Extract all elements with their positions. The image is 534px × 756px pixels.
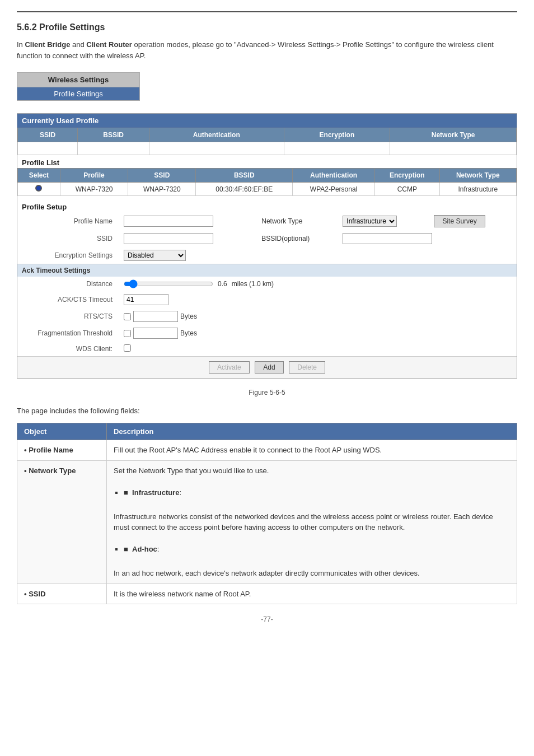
profile-name-label: Profile Name — [17, 212, 118, 230]
encryption-select-cell: Disabled WEP WPA-Personal WPA2-Personal — [118, 247, 256, 264]
wds-client-checkbox[interactable] — [124, 344, 131, 352]
distance-value: 0.6 — [218, 280, 227, 288]
buttons-row: Activate Add Delete — [17, 356, 517, 378]
ssid-label: SSID — [17, 230, 118, 247]
ack-cts-cell — [118, 291, 517, 308]
frag-row-inner: Bytes — [124, 328, 511, 339]
encryption-spacer — [256, 247, 517, 264]
site-survey-cell: Site Survey — [427, 212, 517, 230]
frag-bytes-label: Bytes — [180, 329, 197, 337]
pl-col-select: Select — [18, 169, 60, 183]
rts-cts-checkbox[interactable] — [124, 313, 131, 320]
col-bssid: BSSID — [78, 128, 149, 142]
intro-paragraph: In Client Bridge and Client Router opera… — [17, 39, 517, 61]
desc-desc-network-type: Set the Network Type that you would like… — [107, 460, 517, 584]
pl-col-profile: Profile — [60, 169, 128, 183]
wds-client-label: WDS Client: — [17, 342, 118, 356]
ack-cts-label: ACK/CTS Timeout — [17, 291, 118, 308]
encryption-dropdown[interactable]: Disabled WEP WPA-Personal WPA2-Personal — [124, 250, 186, 261]
wds-client-cell — [118, 342, 517, 356]
frag-threshold-input[interactable] — [133, 328, 178, 339]
rts-cts-label: RTS/CTS — [17, 308, 118, 325]
section-title: 5.6.2 Profile Settings — [17, 22, 517, 32]
row-nettype: Infrastructure — [439, 183, 516, 196]
site-survey-button[interactable]: Site Survey — [434, 215, 485, 227]
distance-slider-cell: 0.6 miles (1.0 km) — [118, 277, 517, 291]
ack-timeout-section: Ack Timeout Settings Distance 0.6 miles … — [17, 264, 517, 356]
delete-button[interactable]: Delete — [289, 361, 325, 374]
cur-auth — [149, 142, 284, 155]
bssid-optional-label: BSSID(optional) — [261, 235, 310, 242]
wireless-nav-profile-settings[interactable]: Profile Settings — [17, 87, 139, 100]
activate-button[interactable]: Activate — [209, 361, 250, 374]
row-enc: CCMP — [375, 183, 439, 196]
ssid-input-cell — [118, 230, 256, 247]
ack-cts-input[interactable] — [124, 294, 168, 305]
col-network-type: Network Type — [390, 128, 517, 142]
frag-threshold-checkbox[interactable] — [124, 330, 131, 337]
col-authentication: Authentication — [149, 128, 284, 142]
profile-name-cell — [118, 212, 256, 230]
page-desc: The page includes the following fields: — [17, 407, 517, 415]
ack-cts-row: ACK/CTS Timeout — [17, 291, 517, 308]
row-ssid: WNAP-7320 — [128, 183, 196, 196]
rts-cts-row: RTS/CTS Bytes — [17, 308, 517, 325]
rts-cts-cell: Bytes — [118, 308, 517, 325]
profile-list-header: Profile List — [17, 155, 517, 168]
bssid-input[interactable] — [343, 233, 432, 244]
top-divider — [17, 11, 517, 12]
cur-bssid — [78, 142, 149, 155]
cur-net-type — [390, 142, 517, 155]
desc-row-network-type: • Network Type Set the Network Type that… — [17, 460, 517, 584]
ssid-input[interactable] — [124, 233, 213, 244]
col-ssid: SSID — [18, 128, 78, 142]
pl-col-bssid: BSSID — [196, 169, 293, 183]
description-table: Object Description • Profile Name Fill o… — [17, 423, 517, 604]
desc-desc-ssid: It is the wireless network name of Root … — [107, 584, 517, 604]
profile-name-row: Profile Name Network Type Infrastructure… — [17, 212, 517, 230]
desc-col-object: Object — [17, 423, 107, 440]
rts-cts-row-inner: Bytes — [124, 311, 511, 322]
rts-cts-input[interactable] — [133, 311, 178, 322]
distance-unit: miles (1.0 km) — [232, 280, 274, 288]
network-type-label: Network Type — [261, 217, 302, 225]
distance-label: Distance — [17, 277, 118, 291]
row-profile: WNAP-7320 — [60, 183, 128, 196]
currently-used-profile-table: SSID BSSID Authentication Encryption Net… — [17, 128, 517, 155]
pl-col-ssid: SSID — [128, 169, 196, 183]
ack-timeout-table: Distance 0.6 miles (1.0 km) ACK/CTS Time… — [17, 277, 517, 356]
profile-name-input[interactable] — [124, 216, 213, 227]
wireless-nav-title: Wireless Settings — [17, 73, 139, 87]
profile-list-table: Select Profile SSID BSSID Authentication… — [17, 168, 517, 196]
desc-object-profile-name: • Profile Name — [17, 440, 107, 461]
row-bssid: 00:30:4F:60:EF:BE — [196, 183, 293, 196]
wds-client-row: WDS Client: — [17, 342, 517, 356]
network-type-label-cell: Network Type — [256, 212, 337, 230]
distance-slider[interactable] — [124, 279, 213, 288]
profile-setup-table: Profile Name Network Type Infrastructure… — [17, 212, 517, 264]
desc-row-profile-name: • Profile Name Fill out the Root AP's MA… — [17, 440, 517, 461]
distance-row: Distance 0.6 miles (1.0 km) — [17, 277, 517, 291]
wireless-nav-box: Wireless Settings Profile Settings — [17, 72, 140, 101]
desc-object-ssid: • SSID — [17, 584, 107, 604]
network-type-dropdown[interactable]: Infrastructure Ad-hoc — [343, 216, 397, 227]
main-panel: Currently Used Profile SSID BSSID Authen… — [17, 113, 517, 379]
desc-row-ssid: • SSID It is the wireless network name o… — [17, 584, 517, 604]
pl-col-enc: Encryption — [375, 169, 439, 183]
desc-object-network-type: • Network Type — [17, 460, 107, 584]
radio-selected[interactable] — [35, 185, 42, 192]
ack-timeout-header: Ack Timeout Settings — [17, 264, 517, 277]
figure-caption: Figure 5-6-5 — [17, 389, 517, 396]
cur-ssid — [18, 142, 78, 155]
table-row: WNAP-7320 WNAP-7320 00:30:4F:60:EF:BE WP… — [18, 183, 517, 196]
page-number: -77- — [17, 615, 517, 623]
frag-threshold-label: Fragmentation Threshold — [17, 325, 118, 342]
pl-col-auth: Authentication — [293, 169, 375, 183]
pl-col-nettype: Network Type — [439, 169, 516, 183]
row-auth: WPA2-Personal — [293, 183, 375, 196]
bssid-label-cell: BSSID(optional) — [256, 230, 337, 247]
ssid-row: SSID BSSID(optional) — [17, 230, 517, 247]
row-select[interactable] — [18, 183, 60, 196]
col-encryption: Encryption — [284, 128, 390, 142]
add-button[interactable]: Add — [255, 361, 283, 374]
